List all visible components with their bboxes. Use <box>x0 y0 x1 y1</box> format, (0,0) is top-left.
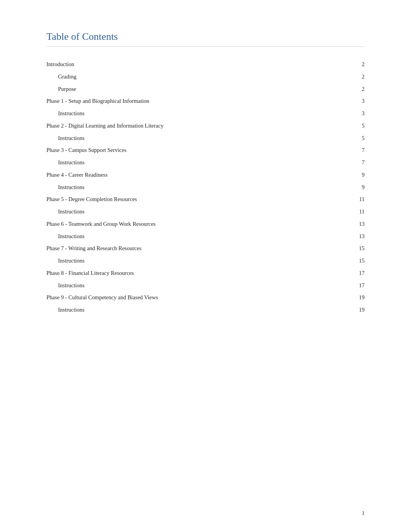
toc-row: Phase 8 - Financial Literacy Resources17 <box>46 267 365 280</box>
toc-entry-label: Instructions <box>46 181 349 194</box>
toc-entry-label: Phase 1 - Setup and Biographical Informa… <box>46 95 349 107</box>
toc-row: Grading2 <box>46 71 365 83</box>
toc-entry-label: Phase 5 - Degree Completion Resources <box>46 193 349 206</box>
toc-entry-page: 2 <box>349 71 365 83</box>
toc-entry-label: Phase 2 - Digital Learning and Informati… <box>46 120 349 132</box>
toc-entry-page: 15 <box>349 255 365 267</box>
toc-row: Phase 7 - Writing and Research Resources… <box>46 242 365 255</box>
toc-row: Introduction2 <box>46 58 365 71</box>
toc-entry-page: 13 <box>349 230 365 243</box>
toc-entry-label: Instructions <box>46 255 349 267</box>
toc-row: Instructions13 <box>46 230 365 243</box>
toc-entry-page: 11 <box>349 193 365 206</box>
toc-entry-page: 2 <box>349 83 365 95</box>
toc-row: Instructions17 <box>46 280 365 292</box>
toc-row: Instructions3 <box>46 107 365 120</box>
toc-row: Phase 3 - Campus Support Services7 <box>46 144 365 157</box>
toc-entry-label: Grading <box>46 71 349 83</box>
toc-entry-label: Phase 7 - Writing and Research Resources <box>46 242 349 255</box>
toc-entry-page: 15 <box>349 242 365 255</box>
toc-entry-page: 3 <box>349 107 365 120</box>
toc-entry-label: Instructions <box>46 132 349 145</box>
toc-entry-page: 5 <box>349 120 365 132</box>
toc-row: Phase 1 - Setup and Biographical Informa… <box>46 95 365 107</box>
toc-entry-label: Phase 8 - Financial Literacy Resources <box>46 267 349 280</box>
toc-row: Phase 2 - Digital Learning and Informati… <box>46 120 365 132</box>
toc-entry-page: 19 <box>349 304 365 316</box>
toc-entry-label: Phase 4 - Career Readiness <box>46 169 349 181</box>
toc-entry-label: Instructions <box>46 230 349 243</box>
toc-entry-page: 3 <box>349 95 365 107</box>
toc-entry-page: 9 <box>349 181 365 194</box>
toc-entry-label: Introduction <box>46 58 349 71</box>
toc-title: Table of Contents <box>46 31 365 47</box>
toc-entry-page: 5 <box>349 132 365 145</box>
toc-entry-label: Instructions <box>46 280 349 292</box>
toc-row: Phase 4 - Career Readiness9 <box>46 169 365 181</box>
toc-entry-label: Instructions <box>46 304 349 316</box>
toc-entry-page: 7 <box>349 144 365 157</box>
toc-entry-label: Instructions <box>46 107 349 120</box>
toc-entry-label: Purpose <box>46 83 349 95</box>
toc-entry-page: 11 <box>349 206 365 218</box>
toc-entry-page: 19 <box>349 292 365 304</box>
toc-row: Instructions19 <box>46 304 365 316</box>
toc-entry-label: Phase 6 - Teamwork and Group Work Resour… <box>46 218 349 230</box>
toc-row: Instructions11 <box>46 206 365 218</box>
toc-entry-page: 13 <box>349 218 365 230</box>
toc-entry-page: 9 <box>349 169 365 181</box>
page: Table of Contents Introduction2Grading2P… <box>0 0 411 532</box>
toc-entry-page: 17 <box>349 267 365 280</box>
toc-row: Instructions9 <box>46 181 365 194</box>
toc-entry-label: Instructions <box>46 157 349 169</box>
toc-row: Instructions7 <box>46 157 365 169</box>
toc-entry-page: 2 <box>349 58 365 71</box>
page-number: 1 <box>362 510 365 517</box>
toc-row: Purpose2 <box>46 83 365 95</box>
toc-table: Introduction2Grading2Purpose2Phase 1 - S… <box>46 58 365 316</box>
toc-row: Phase 9 - Cultural Competency and Biased… <box>46 292 365 304</box>
toc-entry-label: Instructions <box>46 206 349 218</box>
toc-row: Phase 5 - Degree Completion Resources11 <box>46 193 365 206</box>
toc-entry-label: Phase 3 - Campus Support Services <box>46 144 349 157</box>
toc-entry-page: 7 <box>349 157 365 169</box>
toc-row: Instructions15 <box>46 255 365 267</box>
toc-row: Instructions5 <box>46 132 365 145</box>
toc-entry-label: Phase 9 - Cultural Competency and Biased… <box>46 292 349 304</box>
toc-row: Phase 6 - Teamwork and Group Work Resour… <box>46 218 365 230</box>
toc-entry-page: 17 <box>349 280 365 292</box>
